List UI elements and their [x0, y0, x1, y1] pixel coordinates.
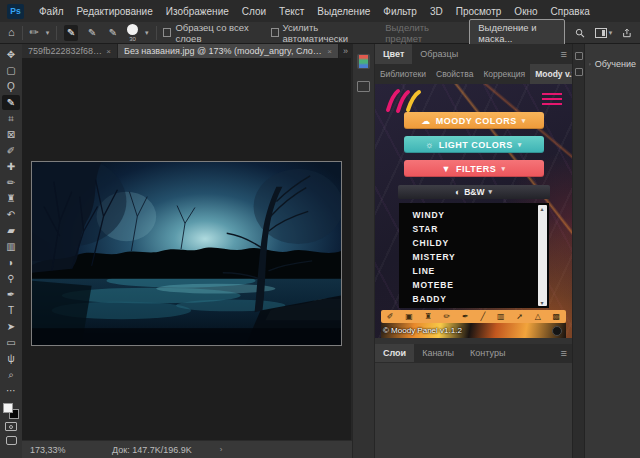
collapsed-color-panel-icon[interactable] — [357, 54, 370, 69]
menu-item[interactable]: Окно — [514, 6, 537, 17]
chevron-down-icon[interactable]: ▾ — [46, 29, 50, 37]
selection-add-icon[interactable]: ✎ — [85, 25, 99, 41]
filters-button[interactable]: ▼ FILTERS ▾ — [404, 160, 544, 177]
moody-pen-icon[interactable]: ✒ — [462, 313, 469, 321]
chevron-down-icon[interactable]: ▾ — [145, 29, 149, 37]
document-tab-active[interactable]: Без названия.jpg @ 173% (moody_angry, Сл… — [118, 44, 339, 58]
eraser-tool-icon[interactable]: ▰ — [2, 223, 20, 238]
selection-new-icon[interactable]: ✎ — [64, 25, 78, 41]
bw-button[interactable]: ◐ B&W ▾ — [398, 185, 550, 199]
color-swatches[interactable] — [3, 403, 19, 419]
preset-list-item[interactable]: STAR — [413, 222, 549, 236]
tab-adjustments[interactable]: Коррекция — [478, 64, 530, 84]
home-icon[interactable]: ⌂ — [8, 27, 15, 38]
moody-menu-icon[interactable] — [542, 93, 562, 108]
menu-item[interactable]: Выделение — [317, 6, 370, 17]
status-chevron-icon[interactable]: › — [220, 445, 223, 454]
brush-size-picker[interactable]: 30 — [127, 24, 138, 42]
menu-item[interactable]: Справка — [551, 6, 590, 17]
moody-stamp-icon[interactable]: ♜ — [425, 313, 432, 321]
preset-list-item[interactable]: BADDY — [413, 292, 549, 306]
shape-tool-icon[interactable]: ▭ — [2, 335, 20, 350]
learn-header[interactable]: Обучение — [585, 54, 640, 74]
healing-brush-tool-icon[interactable]: ✚ — [2, 159, 20, 174]
edit-toolbar-icon[interactable]: ⋯ — [2, 383, 20, 398]
menu-item[interactable]: 3D — [430, 6, 443, 17]
search-icon[interactable] — [575, 27, 585, 39]
moody-line-icon[interactable]: ╱ — [480, 313, 485, 321]
light-colors-button[interactable]: ☼ LIGHT COLORS ▾ — [404, 136, 544, 153]
menu-item[interactable]: Фильтр — [383, 6, 417, 17]
moody-marquee-icon[interactable]: ▣ — [405, 313, 413, 321]
hand-tool-icon[interactable]: ψ — [2, 351, 20, 366]
preset-list-item[interactable]: LINE — [413, 264, 549, 278]
auto-enhance-checkbox[interactable]: Усилить автоматически — [271, 22, 373, 44]
tab-color[interactable]: Цвет — [375, 44, 412, 64]
tab-properties[interactable]: Свойства — [431, 64, 478, 84]
moody-colors-button[interactable]: ☁ MOODY COLORS ▾ — [404, 112, 544, 129]
preset-list-item[interactable]: MOTEBE — [413, 278, 549, 292]
collapsed-panel-icon[interactable] — [575, 52, 583, 60]
pen-tool-icon[interactable]: ✒ — [2, 287, 20, 302]
type-tool-icon[interactable]: T — [2, 303, 20, 318]
workspace-switcher[interactable]: ▾ — [595, 28, 613, 38]
scroll-up-icon[interactable]: ▴ — [540, 205, 543, 212]
menu-item[interactable]: Изображение — [166, 6, 229, 17]
moody-gradient-icon[interactable]: ▥ — [497, 313, 505, 321]
menu-item[interactable]: Просмотр — [456, 6, 502, 17]
tab-paths[interactable]: Контуры — [462, 344, 513, 362]
zoom-level-field[interactable]: 173,33% — [30, 445, 88, 455]
lasso-tool-icon[interactable]: Ϙ — [2, 79, 20, 94]
collapsed-panel-icon[interactable] — [357, 81, 370, 92]
collapsed-panel-icon[interactable] — [575, 68, 583, 76]
list-scrollbar[interactable]: ▴ ▾ — [538, 205, 547, 306]
selection-subtract-icon[interactable]: ✎ — [106, 25, 120, 41]
moody-arrow-icon[interactable]: ➚ — [516, 313, 523, 321]
sample-all-layers-checkbox[interactable]: Образец со всех слоев — [163, 22, 263, 44]
menu-item[interactable]: Текст — [279, 6, 304, 17]
zoom-tool-icon[interactable]: ⌕ — [2, 367, 20, 382]
tab-overflow-icon[interactable]: » — [339, 44, 352, 58]
preset-list-item[interactable]: CHILDY — [413, 236, 549, 250]
menu-item[interactable]: Слои — [242, 6, 266, 17]
blur-tool-icon[interactable]: ◗ — [2, 255, 20, 270]
document-tab-inactive[interactable]: 759fb222832f68b2d909.jpg × — [22, 44, 118, 58]
crop-tool-icon[interactable]: ⌗ — [2, 111, 20, 126]
frame-tool-icon[interactable]: ⊠ — [2, 127, 20, 142]
document-image[interactable] — [31, 161, 342, 346]
foreground-color-swatch[interactable] — [3, 403, 13, 413]
share-icon[interactable] — [622, 27, 632, 39]
moody-pencil-icon[interactable]: ✐ — [387, 313, 394, 321]
quick-mask-icon[interactable] — [5, 422, 17, 431]
dodge-tool-icon[interactable]: ⚲ — [2, 271, 20, 286]
layers-panel-body[interactable] — [375, 362, 572, 458]
brush-tool-icon[interactable]: ✏ — [2, 175, 20, 190]
history-brush-tool-icon[interactable]: ↶ — [2, 207, 20, 222]
brush-preset-icon[interactable]: ✏ — [30, 27, 39, 38]
canvas-area[interactable] — [22, 58, 352, 440]
panel-menu-icon[interactable]: ≡ — [561, 348, 567, 359]
preset-list-item[interactable]: WINDY — [413, 208, 549, 222]
tab-channels[interactable]: Каналы — [414, 344, 462, 362]
marquee-tool-icon[interactable]: ▢ — [2, 63, 20, 78]
menu-item[interactable]: Файл — [39, 6, 64, 17]
select-and-mask-button[interactable]: Выделение и маска... — [469, 19, 565, 47]
quick-selection-tool-icon[interactable]: ✎ — [2, 95, 20, 110]
preset-list-item[interactable]: MISTERY — [413, 250, 549, 264]
clone-stamp-tool-icon[interactable]: ♜ — [2, 191, 20, 206]
close-icon[interactable]: × — [106, 47, 111, 56]
tab-swatches[interactable]: Образцы — [412, 44, 466, 64]
tab-libraries[interactable]: Библиотеки — [375, 64, 431, 84]
screen-mode-icon[interactable] — [6, 436, 17, 445]
scroll-down-icon[interactable]: ▾ — [540, 299, 543, 306]
path-selection-tool-icon[interactable]: ➤ — [2, 319, 20, 334]
menu-item[interactable]: Редактирование — [77, 6, 153, 17]
move-tool-icon[interactable]: ✥ — [2, 47, 20, 62]
moody-pattern-icon[interactable]: ▩ — [553, 313, 561, 321]
moody-brush-icon[interactable]: ✏ — [444, 313, 451, 321]
close-icon[interactable]: × — [327, 47, 332, 56]
gradient-tool-icon[interactable]: ▥ — [2, 239, 20, 254]
eyedropper-tool-icon[interactable]: ✐ — [2, 143, 20, 158]
select-subject-button[interactable]: Выделить предмет — [379, 20, 459, 46]
panel-menu-icon[interactable]: ≡ — [561, 49, 567, 60]
